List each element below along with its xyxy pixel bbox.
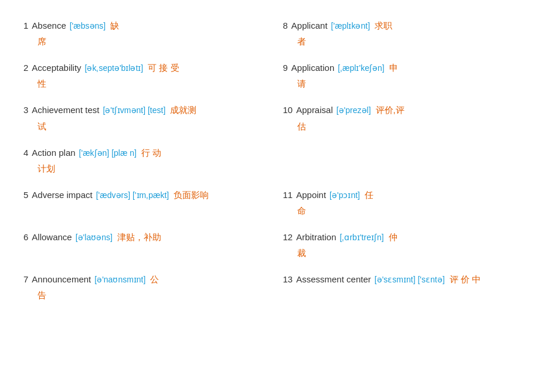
vocab-meaning-wrap: 席 xyxy=(23,33,271,54)
vocab-number: 4 xyxy=(23,145,28,161)
vocab-number: 8 xyxy=(283,18,288,33)
vocab-meaning-wrap: 裁 xyxy=(283,245,531,265)
vocab-meaning-wrap: 性 xyxy=(23,76,271,96)
vocab-phonetic: [ə'sɛsmɪnt] ['sɛntə] xyxy=(375,272,445,287)
vocab-word: Acceptability xyxy=(32,60,81,76)
vocab-item xyxy=(277,139,537,181)
vocab-meaning-wrap: 告 xyxy=(23,287,271,308)
vocab-meaning-inline: 申 xyxy=(389,60,398,76)
vocab-number: 13 xyxy=(283,271,293,287)
vocab-word: Applicant xyxy=(291,18,328,33)
vocab-item: 4Action plan['ækʃən] [plæ n]行 动计划 xyxy=(18,139,277,181)
vocab-meaning-inline: 缺 xyxy=(110,18,119,33)
vocab-item: 10Appraisal[ə'prezəl]评价,评估 xyxy=(277,96,537,138)
vocab-item: 8Applicant['æplɪkənt]求职者 xyxy=(277,12,537,54)
vocab-word: Assessment center xyxy=(296,271,371,287)
vocab-item: 7Announcement[ə'naʊnsmɪnt]公告 xyxy=(18,265,277,308)
vocab-number: 11 xyxy=(283,187,293,203)
vocab-number: 12 xyxy=(283,229,293,245)
vocab-meaning-inline: 评价,评 xyxy=(376,102,405,118)
vocab-meaning-inline: 成就测 xyxy=(170,102,196,118)
vocab-word: Action plan xyxy=(32,145,75,161)
vocab-meaning-wrap: 估 xyxy=(283,118,531,139)
vocab-phonetic: ['æbsəns] xyxy=(70,19,106,33)
vocab-word: Absence xyxy=(32,18,66,33)
vocab-meaning-wrap: 请 xyxy=(283,76,531,96)
vocab-word: Achievement test xyxy=(32,102,99,118)
vocab-meaning-inline: 行 动 xyxy=(141,145,161,161)
vocab-meaning-inline: 任 xyxy=(365,187,373,203)
vocab-word: Allowance xyxy=(32,229,72,245)
vocab-word: Announcement xyxy=(32,271,91,287)
vocab-number: 9 xyxy=(283,60,288,76)
vocab-meaning-inline: 津贴，补助 xyxy=(117,229,161,245)
vocab-meaning-inline: 评 价 中 xyxy=(450,271,481,287)
vocab-meaning-inline: 公 xyxy=(150,271,159,287)
vocab-phonetic: ['æplɪkənt] xyxy=(331,19,370,33)
vocab-phonetic: [ə'naʊnsmɪnt] xyxy=(94,272,145,287)
vocab-meaning-wrap: 试 xyxy=(23,118,271,139)
vocab-number: 7 xyxy=(23,271,28,287)
vocab-phonetic: [ə'pɔɪnt] xyxy=(329,188,360,203)
vocab-phonetic: [əkˌseptə'bɪlətɪ] xyxy=(85,61,144,76)
vocab-meaning-wrap: 命 xyxy=(283,203,531,223)
vocab-item: 2Acceptability[əkˌseptə'bɪlətɪ]可 接 受性 xyxy=(18,54,277,96)
vocab-phonetic: [ˌɑrbɪ'treɪʃn] xyxy=(340,230,384,245)
vocab-number: 3 xyxy=(23,102,28,118)
vocab-meaning-wrap: 计划 xyxy=(23,161,271,181)
vocab-item: 12Arbitration[ˌɑrbɪ'treɪʃn]仲裁 xyxy=(277,223,537,265)
vocab-item: 5Adverse impact['ædvərs] ['ɪmˌpækt]负面影响 xyxy=(18,181,277,223)
vocab-meaning-inline: 负面影响 xyxy=(174,187,209,203)
vocab-phonetic: [ə'prezəl] xyxy=(337,103,371,118)
vocab-phonetic: ['ækʃən] [plæ n] xyxy=(79,146,137,161)
vocab-grid: 1Absence['æbsəns]缺席8Applicant['æplɪkənt]… xyxy=(18,12,536,308)
vocab-item: 13Assessment center[ə'sɛsmɪnt] ['sɛntə]评… xyxy=(277,265,537,308)
vocab-number: 1 xyxy=(23,18,28,33)
vocab-meaning-inline: 可 接 受 xyxy=(148,60,179,76)
vocab-word: Adverse impact xyxy=(32,187,92,203)
vocab-phonetic: [ə'tʃɪvmənt] [test] xyxy=(103,103,165,118)
vocab-word: Appraisal xyxy=(296,102,333,118)
vocab-item: 11Appoint[ə'pɔɪnt]任命 xyxy=(277,181,537,223)
vocab-meaning-inline: 求职 xyxy=(375,18,392,33)
vocab-word: Arbitration xyxy=(296,229,336,245)
vocab-number: 2 xyxy=(23,60,28,76)
vocab-item: 1Absence['æbsəns]缺席 xyxy=(18,12,277,54)
vocab-meaning-wrap: 者 xyxy=(283,33,531,54)
vocab-word: Application xyxy=(291,60,334,76)
vocab-item: 6Allowance[ə'laʊəns]津贴，补助 xyxy=(18,223,277,265)
vocab-number: 6 xyxy=(23,229,28,245)
vocab-number: 10 xyxy=(283,102,293,118)
vocab-item: 3Achievement test[ə'tʃɪvmənt] [test]成就测试 xyxy=(18,96,277,138)
vocab-meaning-inline: 仲 xyxy=(389,229,397,245)
vocab-number: 5 xyxy=(23,187,28,203)
vocab-phonetic: [ə'laʊəns] xyxy=(76,230,113,245)
vocab-word: Appoint xyxy=(296,187,326,203)
vocab-phonetic: ['ædvərs] ['ɪmˌpækt] xyxy=(96,188,169,203)
vocab-phonetic: [ˌæplɪ'keʃən] xyxy=(338,61,384,76)
vocab-item: 9Application[ˌæplɪ'keʃən]申请 xyxy=(277,54,537,96)
